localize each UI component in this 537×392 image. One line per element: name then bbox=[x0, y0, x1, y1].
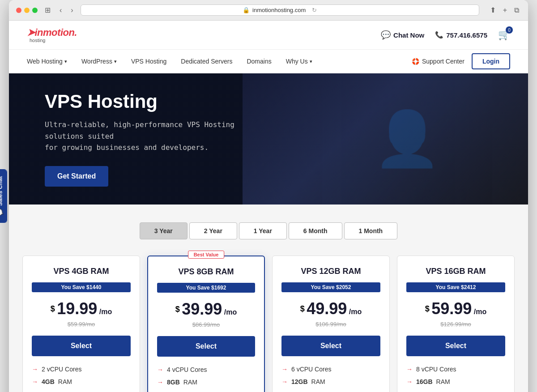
reload-icon[interactable]: ↻ bbox=[312, 7, 317, 13]
nav-right: 🛟 Support Center Login bbox=[412, 53, 510, 69]
price-orig-4gb: $59.99/mo bbox=[32, 321, 131, 328]
savings-badge-4gb: You Save $1440 bbox=[32, 282, 131, 292]
best-value-badge: Best Value bbox=[188, 251, 225, 259]
login-button[interactable]: Login bbox=[472, 53, 510, 69]
arrow-icon: → bbox=[32, 365, 38, 373]
nav-item-vps[interactable]: VPS Hosting bbox=[131, 50, 166, 73]
plan-name-12gb: VPS 12GB RAM bbox=[281, 267, 380, 276]
savings-badge-8gb: You Save $1692 bbox=[157, 283, 255, 293]
address-bar[interactable]: 🔒 inmotionhosting.com ↻ bbox=[81, 4, 479, 16]
price-period-8gb: /mo bbox=[224, 308, 237, 316]
hero-image: 👤 bbox=[322, 73, 492, 205]
plan-card-4gb: VPS 4GB RAM You Save $1440 $ 19.99 /mo $… bbox=[22, 256, 140, 392]
period-tab-2year[interactable]: 2 Year bbox=[189, 222, 237, 239]
url-text: inmotionhosting.com bbox=[252, 7, 306, 13]
price-orig-16gb: $126.99/mo bbox=[406, 321, 505, 328]
nav-item-why-us[interactable]: Why Us ▾ bbox=[286, 50, 312, 73]
page-content: ➤inmotion. hosting 💬 Chat Now 📞 757.416.… bbox=[9, 21, 528, 392]
close-window-button[interactable] bbox=[16, 8, 21, 13]
get-started-button[interactable]: Get Started bbox=[45, 166, 108, 187]
feature-list-12gb: →6 vCPU Cores →12GB RAM →210GB NVMe SSD … bbox=[281, 365, 380, 392]
plans-grid: VPS 4GB RAM You Save $1440 $ 19.99 /mo $… bbox=[22, 256, 515, 392]
select-button-12gb[interactable]: Select bbox=[281, 336, 380, 356]
period-tabs: 3 Year 2 Year 1 Year 6 Month 1 Month bbox=[22, 222, 515, 239]
nav-label-wordpress: WordPress bbox=[81, 58, 112, 65]
logo-text: ➤inmotion. bbox=[27, 27, 77, 38]
back-button[interactable]: ‹ bbox=[58, 5, 64, 15]
main-nav: Web Hosting ▾ WordPress ▾ VPS Hosting De… bbox=[9, 50, 528, 73]
hero-section: 👤 VPS Hosting Ultra-reliable, high-perfo… bbox=[9, 73, 528, 205]
feature-vcpu-12gb: →6 vCPU Cores bbox=[281, 365, 380, 373]
lifebuoy-icon: 🛟 bbox=[412, 58, 419, 65]
period-tab-1month[interactable]: 1 Month bbox=[344, 222, 398, 239]
feature-ssd-4gb: →90GB SSD bbox=[32, 390, 131, 392]
sales-chat-tab[interactable]: 💬 Sales Chat bbox=[0, 169, 7, 223]
price-row-12gb: $ 49.99 /mo bbox=[281, 299, 380, 318]
select-button-8gb[interactable]: Select bbox=[157, 336, 255, 357]
cart-button[interactable]: 🛒 0 bbox=[498, 29, 510, 41]
arrow-icon: → bbox=[406, 390, 413, 392]
period-tab-3year[interactable]: 3 Year bbox=[140, 222, 188, 239]
chevron-down-icon-why: ▾ bbox=[310, 59, 312, 64]
chat-bubble-icon: 💬 bbox=[381, 30, 391, 40]
phone-number[interactable]: 📞 757.416.6575 bbox=[435, 31, 487, 39]
feature-list-8gb: →4 vCPU Cores →8GB RAM →150GB NVMe SSD →… bbox=[157, 366, 255, 392]
lock-icon: 🔒 bbox=[243, 7, 250, 13]
select-button-16gb[interactable]: Select bbox=[406, 336, 505, 356]
support-center-button[interactable]: 🛟 Support Center bbox=[412, 58, 465, 65]
plan-name-8gb: VPS 8GB RAM bbox=[157, 267, 255, 277]
sales-chat-label: Sales Chat bbox=[0, 176, 4, 206]
sidebar-toggle-button[interactable]: ⊞ bbox=[43, 5, 52, 15]
pricing-section: 3 Year 2 Year 1 Year 6 Month 1 Month VPS… bbox=[9, 205, 528, 392]
arrow-icon: → bbox=[157, 366, 163, 374]
forward-button[interactable]: › bbox=[69, 5, 75, 15]
chat-icon: 💬 bbox=[0, 209, 4, 216]
tab-overview-button[interactable]: ⧉ bbox=[512, 5, 521, 15]
price-main-12gb: 49.99 bbox=[307, 299, 347, 318]
share-button[interactable]: ⬆ bbox=[488, 5, 498, 15]
feature-ram-16gb: →16GB RAM bbox=[406, 378, 505, 386]
top-bar-right: 💬 Chat Now 📞 757.416.6575 🛒 0 bbox=[381, 29, 510, 41]
price-main-16gb: 59.99 bbox=[431, 299, 472, 318]
price-orig-8gb: $86.99/mo bbox=[157, 321, 255, 328]
maximize-window-button[interactable] bbox=[32, 8, 38, 13]
feature-ssd-16gb: →360GB NVMe SSD bbox=[406, 390, 505, 392]
price-orig-12gb: $106.99/mo bbox=[281, 321, 380, 328]
nav-item-dedicated[interactable]: Dedicated Servers bbox=[181, 50, 232, 73]
feature-list-16gb: →8 vCPU Cores →16GB RAM →360GB NVMe SSD … bbox=[406, 365, 505, 392]
arrow-icon: → bbox=[406, 378, 413, 386]
chevron-down-icon-wp: ▾ bbox=[114, 59, 117, 64]
nav-label-dedicated: Dedicated Servers bbox=[181, 58, 232, 65]
plan-card-8gb: Best Value VPS 8GB RAM You Save $1692 $ … bbox=[147, 256, 265, 392]
period-tab-6month[interactable]: 6 Month bbox=[289, 222, 342, 239]
chat-now-button[interactable]: 💬 Chat Now bbox=[381, 30, 424, 40]
hero-title: VPS Hosting bbox=[45, 91, 277, 112]
plan-card-16gb: VPS 16GB RAM You Save $2412 $ 59.99 /mo … bbox=[397, 256, 515, 392]
feature-vcpu-16gb: →8 vCPU Cores bbox=[406, 365, 505, 373]
support-label: Support Center bbox=[422, 58, 465, 65]
period-tab-1year[interactable]: 1 Year bbox=[239, 222, 287, 239]
traffic-lights bbox=[16, 8, 38, 13]
nav-item-web-hosting[interactable]: Web Hosting ▾ bbox=[27, 50, 67, 73]
logo[interactable]: ➤inmotion. hosting bbox=[27, 27, 77, 43]
browser-chrome: ⊞ ‹ › 🔒 inmotionhosting.com ↻ ⬆ + ⧉ bbox=[9, 0, 528, 21]
feature-vcpu-8gb: →4 vCPU Cores bbox=[157, 366, 255, 374]
logo-sub: hosting bbox=[30, 38, 45, 43]
plan-name-4gb: VPS 4GB RAM bbox=[32, 267, 131, 276]
hero-content: VPS Hosting Ultra-reliable, high-perform… bbox=[45, 91, 277, 187]
nav-item-wordpress[interactable]: WordPress ▾ bbox=[81, 50, 117, 73]
nav-item-domains[interactable]: Domains bbox=[247, 50, 271, 73]
feature-ram-8gb: →8GB RAM bbox=[157, 378, 255, 386]
top-bar: ➤inmotion. hosting 💬 Chat Now 📞 757.416.… bbox=[9, 21, 528, 50]
cart-badge: 0 bbox=[506, 26, 513, 34]
arrow-icon: → bbox=[281, 378, 288, 386]
savings-badge-16gb: You Save $2412 bbox=[406, 282, 505, 292]
nav-label-vps: VPS Hosting bbox=[131, 58, 166, 65]
new-tab-button[interactable]: + bbox=[501, 5, 509, 15]
nav-label-domains: Domains bbox=[247, 58, 271, 65]
price-currency-12gb: $ bbox=[300, 304, 305, 313]
feature-list-4gb: →2 vCPU Cores →4GB RAM →90GB SSD →2TB Ba… bbox=[32, 365, 131, 392]
arrow-icon: → bbox=[281, 390, 288, 392]
minimize-window-button[interactable] bbox=[24, 8, 30, 13]
select-button-4gb[interactable]: Select bbox=[32, 336, 131, 356]
